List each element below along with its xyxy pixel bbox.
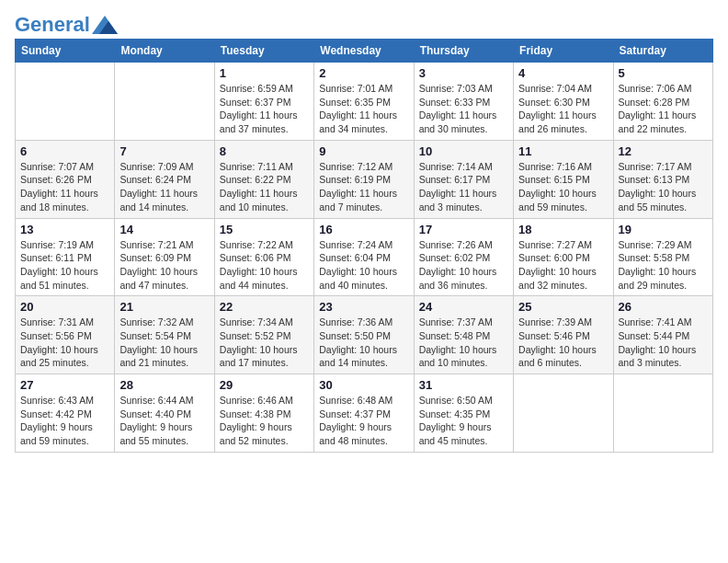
calendar-cell: 12Sunrise: 7:17 AMSunset: 6:13 PMDayligh… <box>613 140 712 218</box>
calendar-cell: 31Sunrise: 6:50 AMSunset: 4:35 PMDayligh… <box>414 374 513 453</box>
day-number: 28 <box>119 378 209 392</box>
page-header: General <box>15 15 713 31</box>
day-info: Sunrise: 7:34 AMSunset: 5:52 PMDaylight:… <box>220 316 309 370</box>
day-number: 27 <box>20 378 109 392</box>
day-number: 26 <box>619 300 708 314</box>
day-info: Sunrise: 7:12 AMSunset: 6:19 PMDaylight:… <box>319 160 408 214</box>
calendar-cell: 28Sunrise: 6:44 AMSunset: 4:40 PMDayligh… <box>115 374 214 453</box>
calendar-cell: 17Sunrise: 7:26 AMSunset: 6:02 PMDayligh… <box>414 218 513 296</box>
day-number: 17 <box>419 223 508 236</box>
day-info: Sunrise: 7:01 AMSunset: 6:35 PMDaylight:… <box>319 82 408 136</box>
calendar-cell: 26Sunrise: 7:41 AMSunset: 5:44 PMDayligh… <box>613 296 712 374</box>
col-header-thursday: Thursday <box>414 40 513 63</box>
calendar-cell <box>613 374 712 453</box>
day-number: 25 <box>518 300 608 314</box>
day-info: Sunrise: 7:29 AMSunset: 5:58 PMDaylight:… <box>619 238 708 293</box>
day-info: Sunrise: 7:07 AMSunset: 6:26 PMDaylight:… <box>20 160 109 214</box>
calendar-cell: 1Sunrise: 6:59 AMSunset: 6:37 PMDaylight… <box>214 63 313 141</box>
calendar-cell: 16Sunrise: 7:24 AMSunset: 6:04 PMDayligh… <box>314 218 414 296</box>
day-number: 9 <box>319 144 408 158</box>
calendar-cell: 7Sunrise: 7:09 AMSunset: 6:24 PMDaylight… <box>115 140 214 218</box>
day-number: 12 <box>619 144 708 158</box>
calendar-cell: 30Sunrise: 6:48 AMSunset: 4:37 PMDayligh… <box>314 374 414 453</box>
day-info: Sunrise: 7:17 AMSunset: 6:13 PMDaylight:… <box>619 160 708 214</box>
day-info: Sunrise: 7:41 AMSunset: 5:44 PMDaylight:… <box>619 316 708 370</box>
calendar-cell: 29Sunrise: 6:46 AMSunset: 4:38 PMDayligh… <box>214 374 313 453</box>
calendar-cell: 6Sunrise: 7:07 AMSunset: 6:26 PMDaylight… <box>16 140 115 218</box>
day-info: Sunrise: 6:50 AMSunset: 4:35 PMDaylight:… <box>419 394 508 448</box>
calendar-cell: 2Sunrise: 7:01 AMSunset: 6:35 PMDaylight… <box>314 63 414 141</box>
calendar-cell: 24Sunrise: 7:37 AMSunset: 5:48 PMDayligh… <box>414 296 513 374</box>
day-info: Sunrise: 7:36 AMSunset: 5:50 PMDaylight:… <box>319 316 408 370</box>
day-number: 16 <box>319 223 408 236</box>
calendar-cell <box>16 63 115 141</box>
day-number: 18 <box>518 223 608 236</box>
day-number: 11 <box>518 144 608 158</box>
day-info: Sunrise: 6:43 AMSunset: 4:42 PMDaylight:… <box>20 394 109 448</box>
day-info: Sunrise: 7:11 AMSunset: 6:22 PMDaylight:… <box>220 160 309 214</box>
calendar-cell <box>115 63 214 141</box>
calendar-cell: 25Sunrise: 7:39 AMSunset: 5:46 PMDayligh… <box>514 296 613 374</box>
day-info: Sunrise: 7:09 AMSunset: 6:24 PMDaylight:… <box>119 160 209 214</box>
day-info: Sunrise: 7:31 AMSunset: 5:56 PMDaylight:… <box>20 316 109 370</box>
col-header-friday: Friday <box>514 40 613 63</box>
day-info: Sunrise: 6:44 AMSunset: 4:40 PMDaylight:… <box>119 394 209 448</box>
day-number: 13 <box>20 223 109 236</box>
day-number: 19 <box>619 223 708 236</box>
calendar-cell: 23Sunrise: 7:36 AMSunset: 5:50 PMDayligh… <box>314 296 414 374</box>
col-header-wednesday: Wednesday <box>314 40 414 63</box>
day-info: Sunrise: 7:22 AMSunset: 6:06 PMDaylight:… <box>220 238 309 293</box>
calendar-cell: 4Sunrise: 7:04 AMSunset: 6:30 PMDaylight… <box>514 63 613 141</box>
day-number: 23 <box>319 300 408 314</box>
calendar-cell: 3Sunrise: 7:03 AMSunset: 6:33 PMDaylight… <box>414 63 513 141</box>
day-number: 21 <box>119 300 209 314</box>
calendar-cell: 18Sunrise: 7:27 AMSunset: 6:00 PMDayligh… <box>514 218 613 296</box>
day-number: 24 <box>419 300 508 314</box>
logo-text: General <box>15 15 90 35</box>
day-number: 10 <box>419 144 508 158</box>
day-info: Sunrise: 7:03 AMSunset: 6:33 PMDaylight:… <box>419 82 508 136</box>
day-number: 14 <box>119 223 209 236</box>
calendar-cell: 13Sunrise: 7:19 AMSunset: 6:11 PMDayligh… <box>16 218 115 296</box>
day-number: 8 <box>220 144 309 158</box>
day-info: Sunrise: 7:37 AMSunset: 5:48 PMDaylight:… <box>419 316 508 370</box>
calendar-cell: 15Sunrise: 7:22 AMSunset: 6:06 PMDayligh… <box>214 218 313 296</box>
calendar-cell: 8Sunrise: 7:11 AMSunset: 6:22 PMDaylight… <box>214 140 313 218</box>
col-header-tuesday: Tuesday <box>214 40 313 63</box>
day-number: 20 <box>20 300 109 314</box>
day-info: Sunrise: 6:59 AMSunset: 6:37 PMDaylight:… <box>220 82 309 136</box>
day-number: 1 <box>220 66 309 80</box>
day-info: Sunrise: 7:24 AMSunset: 6:04 PMDaylight:… <box>319 238 408 293</box>
day-info: Sunrise: 7:27 AMSunset: 6:00 PMDaylight:… <box>518 238 608 293</box>
day-number: 3 <box>419 66 508 80</box>
day-number: 31 <box>419 378 508 392</box>
day-number: 30 <box>319 378 408 392</box>
col-header-sunday: Sunday <box>16 40 115 63</box>
day-info: Sunrise: 7:32 AMSunset: 5:54 PMDaylight:… <box>119 316 209 370</box>
day-number: 29 <box>220 378 309 392</box>
day-number: 6 <box>20 144 109 158</box>
day-info: Sunrise: 6:48 AMSunset: 4:37 PMDaylight:… <box>319 394 408 448</box>
day-number: 7 <box>119 144 209 158</box>
day-info: Sunrise: 7:16 AMSunset: 6:15 PMDaylight:… <box>518 160 608 214</box>
col-header-saturday: Saturday <box>613 40 712 63</box>
calendar-cell: 11Sunrise: 7:16 AMSunset: 6:15 PMDayligh… <box>514 140 613 218</box>
day-info: Sunrise: 7:26 AMSunset: 6:02 PMDaylight:… <box>419 238 508 293</box>
calendar-cell: 14Sunrise: 7:21 AMSunset: 6:09 PMDayligh… <box>115 218 214 296</box>
calendar-cell: 27Sunrise: 6:43 AMSunset: 4:42 PMDayligh… <box>16 374 115 453</box>
col-header-monday: Monday <box>115 40 214 63</box>
day-info: Sunrise: 7:04 AMSunset: 6:30 PMDaylight:… <box>518 82 608 136</box>
day-number: 22 <box>220 300 309 314</box>
day-number: 4 <box>518 66 608 80</box>
day-number: 2 <box>319 66 408 80</box>
day-number: 5 <box>619 66 708 80</box>
calendar-cell: 10Sunrise: 7:14 AMSunset: 6:17 PMDayligh… <box>414 140 513 218</box>
calendar-cell: 20Sunrise: 7:31 AMSunset: 5:56 PMDayligh… <box>16 296 115 374</box>
calendar-table: SundayMondayTuesdayWednesdayThursdayFrid… <box>15 39 713 453</box>
day-info: Sunrise: 7:21 AMSunset: 6:09 PMDaylight:… <box>119 238 209 293</box>
calendar-cell: 5Sunrise: 7:06 AMSunset: 6:28 PMDaylight… <box>613 63 712 141</box>
logo: General <box>15 15 118 31</box>
calendar-cell: 9Sunrise: 7:12 AMSunset: 6:19 PMDaylight… <box>314 140 414 218</box>
calendar-cell: 22Sunrise: 7:34 AMSunset: 5:52 PMDayligh… <box>214 296 313 374</box>
day-info: Sunrise: 6:46 AMSunset: 4:38 PMDaylight:… <box>220 394 309 448</box>
